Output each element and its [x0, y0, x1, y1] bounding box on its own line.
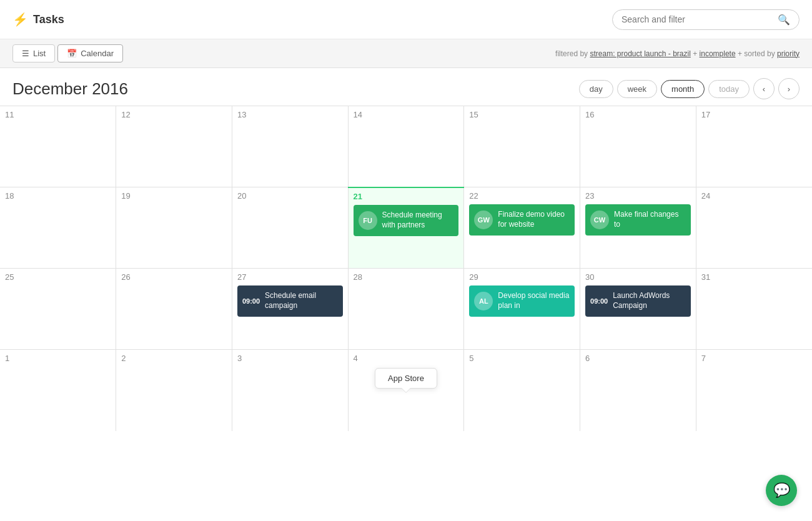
day-jan3: 3 — [232, 350, 348, 431]
day-18: 18 — [0, 187, 116, 269]
event-dec22[interactable]: GW Finalize demo video for website — [469, 204, 575, 236]
today-button[interactable]: today — [708, 80, 750, 98]
calendar-week-4: 1 2 3 4 App Store 5 6 7 — [0, 350, 812, 431]
calendar-tab[interactable]: 📅 Calendar — [57, 44, 123, 62]
event-text-dec23: Make final changes to — [614, 210, 686, 229]
filter-status-link[interactable]: incomplete — [700, 49, 736, 58]
app-store-container: App Store — [354, 368, 459, 389]
filter-stream-link[interactable]: stream: product launch - brazil — [590, 49, 690, 58]
event-dec30[interactable]: 09:00 Launch AdWords Campaign — [585, 285, 691, 317]
event-avatar-fu: FU — [359, 211, 377, 230]
event-text-dec29: Develop social media plan in — [498, 291, 570, 310]
day-23: 23 CW Make final changes to — [580, 187, 696, 269]
prev-button[interactable]: ‹ — [753, 78, 775, 99]
event-dec23[interactable]: CW Make final changes to — [585, 204, 691, 236]
day-jan7: 7 — [696, 350, 812, 431]
event-time-dec27: 09:00 — [242, 297, 260, 305]
day-17: 17 — [696, 106, 812, 187]
calendar-week-1: 11 12 13 14 15 16 17 — [0, 106, 812, 187]
search-icon: 🔍 — [778, 14, 790, 26]
event-text-dec30: Launch AdWords Campaign — [613, 291, 686, 310]
event-time-dec30: 09:00 — [590, 297, 608, 305]
day-11: 11 — [0, 106, 116, 187]
day-jan4: 4 App Store — [348, 350, 464, 431]
day-20: 20 — [232, 187, 348, 269]
day-26: 26 — [116, 269, 232, 350]
calendar-icon: 📅 — [67, 49, 77, 58]
day-jan6: 6 — [580, 350, 696, 431]
app-title: ⚡ Tasks — [12, 12, 64, 27]
event-dec27[interactable]: 09:00 Schedule email campaign — [237, 285, 343, 317]
day-jan2: 2 — [116, 350, 232, 431]
event-text-dec27: Schedule email campaign — [265, 291, 338, 310]
list-label: List — [33, 49, 46, 58]
filter-text: filtered by stream: product launch - bra… — [555, 49, 800, 58]
day-28: 28 — [348, 269, 464, 350]
day-31: 31 — [696, 269, 812, 350]
list-icon: ☰ — [22, 49, 29, 58]
day-16: 16 — [580, 106, 696, 187]
view-tabs: ☰ List 📅 Calendar — [12, 44, 123, 62]
calendar-grid: 11 12 13 14 15 16 17 18 19 20 21 FU Sche… — [0, 106, 812, 431]
day-19: 19 — [116, 187, 232, 269]
day-22: 22 GW Finalize demo video for website — [464, 187, 580, 269]
event-avatar-al: AL — [474, 292, 493, 310]
app-store-label: App Store — [388, 374, 424, 383]
day-jan1: 1 — [0, 350, 116, 431]
search-input[interactable] — [621, 14, 773, 24]
day-15: 15 — [464, 106, 580, 187]
filter-sort-link[interactable]: priority — [777, 49, 800, 58]
day-view-button[interactable]: day — [579, 80, 613, 98]
event-text-dec21: Schedule meeting with partners — [382, 211, 454, 230]
calendar-table: 11 12 13 14 15 16 17 18 19 20 21 FU Sche… — [0, 106, 812, 431]
calendar-label: Calendar — [81, 49, 114, 58]
calendar-week-2: 18 19 20 21 FU Schedule meeting with par… — [0, 187, 812, 269]
event-dec21[interactable]: FU Schedule meeting with partners — [354, 205, 459, 236]
day-25: 25 — [0, 269, 116, 350]
week-view-button[interactable]: week — [617, 80, 657, 98]
next-button[interactable]: › — [778, 78, 800, 99]
month-view-button[interactable]: month — [661, 80, 705, 98]
app-header: ⚡ Tasks 🔍 — [0, 0, 812, 39]
calendar-week-3: 25 26 27 09:00 Schedule email campaign 2… — [0, 269, 812, 350]
calendar-header: December 2016 day week month today ‹ › — [0, 68, 812, 106]
day-29: 29 AL Develop social media plan in — [464, 269, 580, 350]
day-30: 30 09:00 Launch AdWords Campaign — [580, 269, 696, 350]
list-tab[interactable]: ☰ List — [12, 44, 55, 62]
app-name: Tasks — [33, 13, 64, 26]
calendar-nav: day week month today ‹ › — [579, 78, 800, 99]
event-avatar-gw: GW — [474, 211, 493, 229]
day-13: 13 — [232, 106, 348, 187]
day-24: 24 — [696, 187, 812, 269]
day-21: 21 FU Schedule meeting with partners — [348, 187, 464, 269]
toolbar: ☰ List 📅 Calendar filtered by stream: pr… — [0, 39, 812, 68]
day-27: 27 09:00 Schedule email campaign — [232, 269, 348, 350]
day-12: 12 — [116, 106, 232, 187]
event-dec29[interactable]: AL Develop social media plan in — [469, 285, 575, 317]
calendar-title: December 2016 — [12, 79, 128, 99]
day-14: 14 — [348, 106, 464, 187]
app-store-bubble: App Store — [375, 368, 437, 389]
event-text-dec22: Finalize demo video for website — [498, 210, 570, 229]
day-jan5: 5 — [464, 350, 580, 431]
lightning-icon: ⚡ — [12, 12, 28, 27]
event-avatar-cw: CW — [590, 211, 609, 229]
search-bar[interactable]: 🔍 — [612, 9, 800, 30]
